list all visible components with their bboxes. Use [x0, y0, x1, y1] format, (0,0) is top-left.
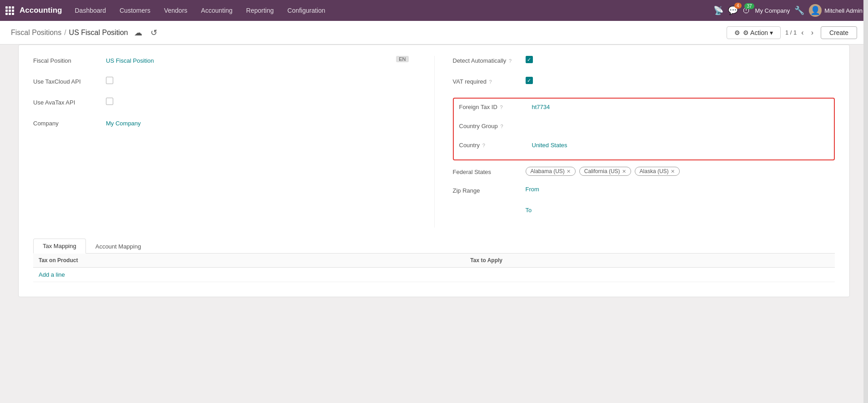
- state-tag-california: California (US) ✕: [579, 167, 631, 176]
- country-label: Country ?: [459, 140, 532, 149]
- company-row: Company My Company: [33, 119, 416, 131]
- vat-required-label: VAT required ?: [453, 77, 526, 85]
- col-tax-to-apply: Tax to Apply: [465, 254, 835, 268]
- wrench-icon: 🔧: [794, 5, 804, 15]
- upload-icon-btn[interactable]: ☁: [132, 26, 144, 40]
- nav-accounting[interactable]: Accounting: [195, 5, 239, 16]
- foreign-tax-row: Foreign Tax ID ? ht7734: [459, 102, 829, 115]
- create-button[interactable]: Create: [821, 26, 857, 39]
- top-navigation: Accounting Dashboard Customers Vendors A…: [0, 0, 868, 21]
- remove-alabama-btn[interactable]: ✕: [567, 169, 571, 174]
- main-content: Fiscal Position US Fiscal Position EN Us…: [0, 45, 868, 306]
- foreign-tax-value[interactable]: ht7734: [532, 102, 550, 110]
- breadcrumb-separator: /: [64, 29, 66, 37]
- fiscal-position-value[interactable]: US Fiscal Position: [106, 56, 396, 64]
- upload-icon: ☁: [134, 28, 142, 37]
- refresh-icon-btn[interactable]: ↺: [149, 26, 159, 40]
- remove-california-btn[interactable]: ✕: [622, 169, 626, 174]
- country-group-row: Country Group ?: [459, 121, 829, 134]
- pager-text: 1 / 1: [785, 29, 797, 36]
- zip-range-label: Zip Range: [453, 186, 526, 194]
- action-button[interactable]: ⚙ ⚙ Action ▾: [727, 26, 781, 39]
- nav-reporting[interactable]: Reporting: [240, 5, 280, 16]
- state-label-alabama: Alabama (US): [531, 168, 565, 174]
- taxcloud-row: Use TaxCloud API: [33, 77, 416, 90]
- nav-dashboard[interactable]: Dashboard: [69, 5, 113, 16]
- avatax-label: Use AvaTax API: [33, 98, 106, 106]
- foreign-tax-help-icon: ?: [500, 104, 502, 110]
- support-icon-btn[interactable]: 📡: [713, 5, 723, 15]
- clock-btn[interactable]: ⏱ 37: [743, 6, 751, 15]
- vat-required-checkbox[interactable]: [526, 77, 533, 84]
- tab-tax-mapping[interactable]: Tax Mapping: [33, 239, 86, 254]
- taxcloud-checkbox[interactable]: [106, 77, 113, 84]
- user-name: Mitchell Admin: [824, 7, 863, 14]
- table-row-empty: Add a line: [33, 268, 835, 282]
- state-tag-alaska: Alaska (US) ✕: [635, 167, 680, 176]
- detect-auto-help-icon: ?: [509, 58, 512, 64]
- remove-alaska-btn[interactable]: ✕: [671, 169, 675, 174]
- nav-vendors[interactable]: Vendors: [158, 5, 194, 16]
- refresh-icon: ↺: [151, 28, 157, 37]
- breadcrumb: Fiscal Positions / US Fiscal Position: [11, 29, 128, 37]
- chevron-down-icon: ▾: [770, 29, 773, 36]
- en-badge: EN: [396, 56, 408, 62]
- breadcrumb-current: US Fiscal Position: [69, 29, 128, 37]
- country-group-help-icon: ?: [500, 124, 503, 129]
- scrollbar[interactable]: [863, 0, 868, 306]
- zip-from-value[interactable]: From: [526, 186, 539, 193]
- avatar: 👤: [809, 4, 822, 17]
- app-logo[interactable]: Accounting: [5, 6, 62, 15]
- form-right: Detect Automatically ? VAT required ?: [434, 56, 835, 228]
- form-grid: Fiscal Position US Fiscal Position EN Us…: [33, 56, 835, 228]
- col-tax-on-product: Tax on Product: [33, 254, 465, 268]
- nav-configuration[interactable]: Configuration: [281, 5, 331, 16]
- country-help-icon: ?: [482, 143, 485, 148]
- company-name: My Company: [755, 7, 790, 14]
- detect-auto-label: Detect Automatically ?: [453, 56, 526, 64]
- zip-to-row: To: [453, 207, 835, 219]
- detect-auto-checkbox[interactable]: [526, 56, 533, 63]
- next-page-btn[interactable]: ›: [808, 28, 816, 38]
- prev-page-btn[interactable]: ‹: [798, 28, 806, 38]
- federal-states-row: Federal States Alabama (US) ✕ California…: [453, 165, 835, 178]
- nav-right: 📡 💬 4 ⏱ 37 My Company 🔧 👤 Mitchell Admin: [713, 4, 863, 17]
- support-icon: 📡: [713, 5, 723, 15]
- country-group-label: Country Group ?: [459, 121, 532, 129]
- company-label: Company: [33, 119, 106, 127]
- detect-auto-row: Detect Automatically ?: [453, 56, 835, 69]
- company-value[interactable]: My Company: [106, 119, 141, 127]
- red-bordered-box: Foreign Tax ID ? ht7734 Country Group ?: [453, 98, 835, 160]
- federal-states-tags: Alabama (US) ✕ California (US) ✕ Alaska …: [526, 167, 682, 176]
- tax-mapping-content: Tax on Product Tax to Apply Add a line: [33, 254, 835, 282]
- chat-badge: 4: [734, 3, 742, 9]
- vat-help-icon: ?: [489, 79, 492, 85]
- breadcrumb-bar: Fiscal Positions / US Fiscal Position ☁ …: [0, 21, 868, 45]
- avatax-row: Use AvaTax API: [33, 98, 416, 110]
- tab-account-mapping[interactable]: Account Mapping: [86, 239, 151, 254]
- nav-customers[interactable]: Customers: [113, 5, 157, 16]
- taxcloud-label: Use TaxCloud API: [33, 77, 106, 85]
- vat-required-row: VAT required ?: [453, 77, 835, 90]
- foreign-tax-label: Foreign Tax ID ?: [459, 102, 532, 110]
- chat-btn[interactable]: 💬 4: [728, 5, 738, 15]
- state-label-alaska: Alaska (US): [640, 168, 669, 174]
- country-value[interactable]: United States: [532, 140, 567, 149]
- wrench-icon-btn[interactable]: 🔧: [794, 5, 804, 15]
- country-row: Country ? United States: [459, 140, 829, 153]
- avatax-checkbox[interactable]: [106, 98, 113, 105]
- state-tag-alabama: Alabama (US) ✕: [526, 167, 576, 176]
- breadcrumb-parent[interactable]: Fiscal Positions: [11, 29, 61, 37]
- right-controls: ⚙ ⚙ Action ▾ 1 / 1 ‹ › Create: [727, 26, 857, 39]
- form-left: Fiscal Position US Fiscal Position EN Us…: [33, 56, 434, 228]
- tax-mapping-table: Tax on Product Tax to Apply Add a line: [33, 254, 835, 282]
- zip-range-section: Zip Range From To: [453, 186, 835, 219]
- add-line-button[interactable]: Add a line: [33, 268, 70, 282]
- action-label: ⚙ Action: [743, 29, 768, 36]
- fiscal-position-label: Fiscal Position: [33, 56, 106, 64]
- zip-to-value[interactable]: To: [526, 207, 532, 214]
- pager: 1 / 1 ‹ ›: [785, 28, 816, 38]
- grid-icon: [5, 6, 14, 15]
- user-menu[interactable]: 👤 Mitchell Admin: [809, 4, 863, 17]
- zip-from-row: Zip Range From: [453, 186, 835, 199]
